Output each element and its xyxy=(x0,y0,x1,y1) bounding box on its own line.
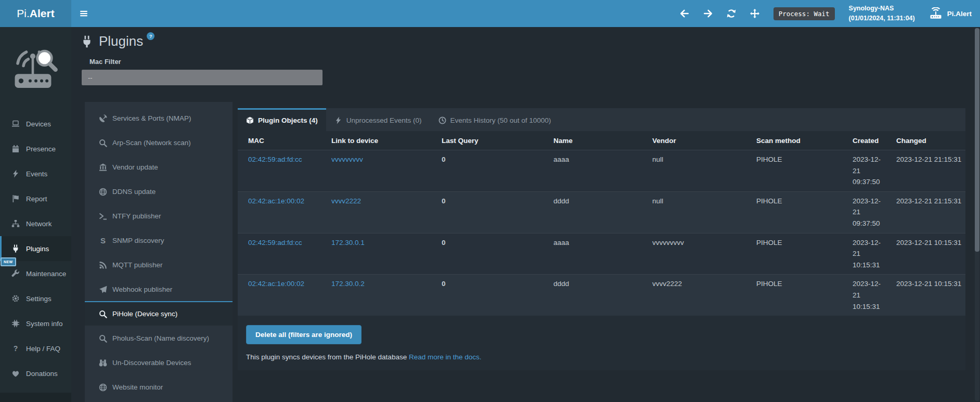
plugin-list-item[interactable]: DDNS update xyxy=(85,179,233,203)
sidebar-item[interactable]: Settings xyxy=(0,286,71,311)
sidebar-item-label: Donations xyxy=(26,370,58,378)
plugin-list-item[interactable]: Services & Ports (NMAP) xyxy=(85,106,233,130)
scan-method-cell: PIHOLE xyxy=(746,233,842,275)
sidebar-item[interactable]: Presence xyxy=(0,136,71,161)
sidebar-item[interactable]: Events xyxy=(0,161,71,186)
plugin-list-item[interactable]: MQTT publisher xyxy=(85,252,233,277)
plugin-list-item[interactable]: NTFY publisher xyxy=(85,203,233,228)
tab[interactable]: Events History (50 out of 10000) xyxy=(430,108,560,131)
plugin-objects-table: MACLink to deviceLast QueryNameVendorSca… xyxy=(238,131,965,316)
refresh-icon[interactable] xyxy=(727,9,736,18)
hamburger-icon xyxy=(79,9,88,18)
help-badge[interactable]: ? xyxy=(147,32,154,40)
tab-label: Plugin Objects (4) xyxy=(258,116,318,124)
paper-plane-icon xyxy=(99,286,108,294)
globe-icon xyxy=(99,383,108,392)
plugin-list-item[interactable]: Pholus-Scan (Name discovery) xyxy=(85,326,233,350)
plugin-list-item[interactable]: Website monitor xyxy=(85,374,233,399)
arrow-right-icon[interactable] xyxy=(703,9,713,18)
brand-bold: Alert xyxy=(30,7,55,20)
plugin-detail-area: Plugin Objects (4) Unprocessed Events (0… xyxy=(238,108,965,370)
plugin-item-label: Vendor update xyxy=(112,163,158,171)
sidebar-item[interactable]: Report xyxy=(0,186,71,211)
plugin-list-item[interactable]: Webhook publisher xyxy=(85,277,233,301)
scrollbar-thumb[interactable] xyxy=(975,28,979,252)
table-row: 02:42:ac:1e:00:02 172.30.0.2 0 dddd vvvv… xyxy=(238,275,965,316)
mac-link[interactable]: 02:42:59:ad:fd:cc xyxy=(248,239,302,247)
sidebar-item-label: Report xyxy=(26,195,47,203)
last-query-cell: 0 xyxy=(431,233,543,275)
gear-icon xyxy=(11,294,21,303)
last-query-cell: 0 xyxy=(431,275,543,316)
arrow-left-icon[interactable] xyxy=(680,9,689,18)
vendor-cell: null xyxy=(642,150,746,192)
sidebar-item-label: Presence xyxy=(26,145,56,153)
changed-cell: 2023-12-21 21:15:31 xyxy=(886,150,965,192)
page-scrollbar xyxy=(975,28,979,401)
docs-link[interactable]: Read more in the docs. xyxy=(409,353,482,361)
plugin-description: This plugin syncs devices from the PiHol… xyxy=(246,353,965,361)
mac-link[interactable]: 02:42:ac:1e:00:02 xyxy=(248,197,304,205)
plugin-list-item[interactable]: S SNMP discovery xyxy=(85,228,233,252)
column-header: Created xyxy=(842,131,886,150)
rss-icon xyxy=(99,261,108,269)
sidebar-item[interactable]: NEW Maintenance xyxy=(0,261,71,286)
mac-filter-input[interactable] xyxy=(82,70,323,85)
last-query-cell: 0 xyxy=(431,150,543,192)
plugin-description-text: This plugin syncs devices from the PiHol… xyxy=(246,353,407,361)
laptop-icon xyxy=(11,120,21,128)
plugin-item-label: Website monitor xyxy=(112,383,163,391)
mac-link[interactable]: 02:42:59:ad:fd:cc xyxy=(248,155,302,163)
sidebar-item[interactable]: Network xyxy=(0,211,71,236)
table-row: 02:42:59:ad:fd:cc vvvvvvvvv 0 aaaa null … xyxy=(238,150,965,192)
s-letter-icon: S xyxy=(99,237,108,245)
sidebar-item[interactable]: System info xyxy=(0,311,71,336)
move-icon[interactable] xyxy=(750,9,759,18)
clock-icon xyxy=(439,116,446,124)
pialert-logo xyxy=(0,27,71,111)
bolt-icon xyxy=(334,116,342,124)
created-cell: 2023-12-21 10:15:31 xyxy=(842,233,886,275)
plugin-list-item[interactable]: Un-Discoverable Devices xyxy=(85,350,233,374)
tab[interactable]: Plugin Objects (4) xyxy=(238,108,326,131)
device-link[interactable]: vvvvvvvvv xyxy=(331,155,363,163)
delete-all-button[interactable]: Delete all (filters are ignored) xyxy=(246,325,362,344)
microchip-icon xyxy=(11,319,21,328)
device-link[interactable]: vvvv2222 xyxy=(331,197,361,205)
satellite-icon xyxy=(99,114,108,123)
created-cell: 2023-12-21 09:37:50 xyxy=(842,150,886,192)
brand-logo[interactable]: Pi.Alert xyxy=(0,0,71,27)
column-header: Changed xyxy=(886,131,965,150)
sidebar-toggle-button[interactable] xyxy=(71,0,96,27)
plugin-item-label: NTFY publisher xyxy=(112,212,161,220)
plugin-list-item[interactable]: PiHole (Device sync) xyxy=(85,301,233,326)
sidebar-item[interactable]: ? Help / FAQ xyxy=(0,336,71,361)
sidebar-item-label: Help / FAQ xyxy=(26,345,60,353)
name-cell: dddd xyxy=(543,275,642,316)
plugin-item-label: Arp-Scan (Network scan) xyxy=(112,139,191,147)
changed-cell: 2023-12-21 10:15:31 xyxy=(886,275,965,316)
navbar-right: Process: Wait Synology-NAS (01/01/2024, … xyxy=(680,0,980,27)
vendor-cell: null xyxy=(642,191,746,233)
plugin-list-item[interactable]: Arp-Scan (Network scan) xyxy=(85,130,233,154)
sidebar-item[interactable]: Donations xyxy=(0,361,71,386)
scan-method-cell: PIHOLE xyxy=(746,275,842,316)
app-name: Pi.Alert xyxy=(947,10,972,18)
plugin-list-item[interactable]: Vendor update xyxy=(85,154,233,179)
device-link[interactable]: 172.30.0.1 xyxy=(331,239,365,247)
top-navbar: Pi.Alert Process: Wait Synology-NAS (01/… xyxy=(0,0,980,27)
plugin-objects-pane: MACLink to deviceLast QueryNameVendorSca… xyxy=(238,131,965,370)
sidebar-item[interactable]: Devices xyxy=(0,111,71,136)
device-link[interactable]: 172.30.0.2 xyxy=(331,280,365,288)
bolt-icon xyxy=(11,170,21,178)
column-header: MAC xyxy=(238,131,321,150)
tab[interactable]: Unprocessed Events (0) xyxy=(326,108,430,131)
plug-icon xyxy=(81,35,93,48)
tab-label: Unprocessed Events (0) xyxy=(346,116,422,124)
name-cell: aaaa xyxy=(543,150,642,192)
plugin-item-label: PiHole (Device sync) xyxy=(112,310,177,318)
tab-bar: Plugin Objects (4) Unprocessed Events (0… xyxy=(238,108,965,131)
search-icon xyxy=(99,310,108,318)
mac-link[interactable]: 02:42:ac:1e:00:02 xyxy=(248,280,304,288)
plugin-item-label: Pholus-Scan (Name discovery) xyxy=(112,334,209,342)
